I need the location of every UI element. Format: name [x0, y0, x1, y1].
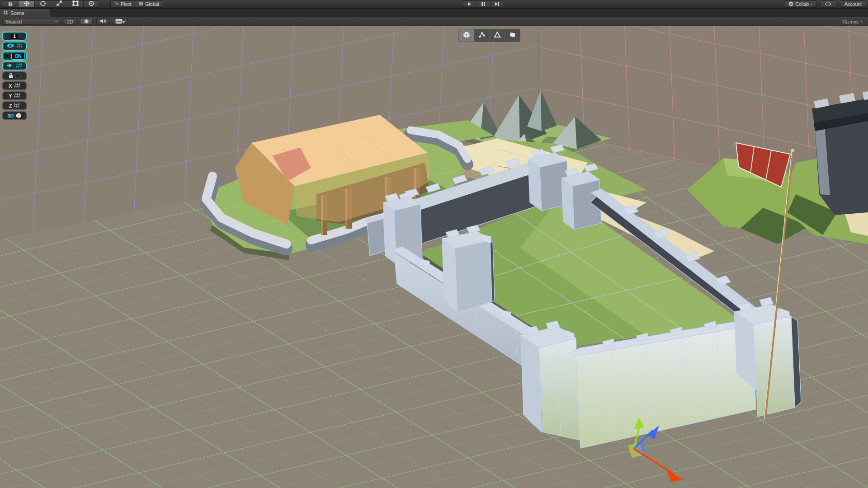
progrids-panel: 1 ON X Y Z 3D — [2, 32, 27, 120]
scene-viewport[interactable] — [0, 0, 868, 488]
step-icon — [495, 0, 500, 8]
hand-tool-button[interactable] — [2, 0, 18, 8]
progrids-y-axis-button[interactable]: Y — [2, 91, 27, 100]
chevron-down-icon: ▾ — [55, 19, 57, 23]
draw-mode-dropdown[interactable]: Shaded ▾ — [2, 18, 60, 25]
probuilder-mode-toolbar — [458, 29, 520, 42]
lighting-toggle[interactable] — [80, 18, 93, 25]
collab-dropdown-arrow: ▾ — [811, 2, 812, 6]
globe-icon — [139, 1, 143, 7]
rotate-tool-button[interactable] — [34, 0, 51, 8]
cube-icon — [16, 113, 22, 119]
grid-icon — [14, 93, 20, 99]
eye-icon — [6, 43, 14, 49]
progrids-x-axis-button[interactable]: X — [2, 81, 27, 90]
rotate-icon — [40, 0, 46, 8]
face-mode-icon — [509, 31, 517, 41]
vertex-mode-button[interactable] — [474, 29, 489, 42]
lock-icon — [8, 73, 14, 80]
speaker-icon — [100, 19, 106, 25]
move-tool-button[interactable] — [18, 0, 34, 8]
effects-dropdown[interactable]: ▾ — [113, 18, 127, 25]
rect-icon — [72, 0, 79, 8]
arrow-right-icon — [7, 63, 14, 69]
transform-tool-button[interactable] — [83, 0, 99, 8]
pivot-global-group: Pivot Global — [110, 0, 163, 8]
image-icon — [115, 19, 123, 25]
pivot-button[interactable]: Pivot — [110, 0, 135, 8]
sun-icon — [84, 19, 89, 25]
vertex-mode-icon — [478, 31, 486, 41]
collab-check-icon — [788, 1, 793, 7]
grid-icon — [14, 83, 20, 89]
grid-icon — [14, 103, 20, 109]
face-mode-button[interactable] — [505, 29, 520, 42]
cloud-button[interactable] — [821, 0, 836, 8]
edge-mode-icon — [493, 31, 501, 41]
object-mode-button[interactable] — [459, 29, 474, 42]
pause-icon — [481, 0, 486, 8]
scale-icon — [56, 0, 62, 8]
snap-box-icon — [4, 53, 9, 59]
gizmos-dropdown[interactable]: Gizmos ▾ — [842, 19, 862, 24]
pause-button[interactable] — [476, 0, 490, 8]
tab-bar: Scene — [0, 9, 868, 17]
hand-icon — [7, 0, 14, 8]
move-icon — [24, 0, 30, 8]
lock-box-icon — [15, 73, 21, 79]
transform-icon — [88, 0, 94, 8]
account-button[interactable]: Account — [840, 0, 866, 8]
progrids-grid-visibility-button[interactable] — [2, 42, 27, 51]
edge-mode-button[interactable] — [490, 29, 505, 42]
progrids-lock-button[interactable] — [2, 71, 27, 80]
play-button[interactable] — [462, 0, 476, 8]
2d-toggle[interactable]: 2D — [64, 18, 76, 25]
pivot-icon — [114, 1, 119, 7]
chevron-down-icon: ▾ — [860, 19, 862, 23]
play-controls — [462, 0, 504, 8]
progrids-z-axis-button[interactable]: Z — [2, 101, 27, 110]
progrids-3d-toggle[interactable]: 3D — [2, 111, 27, 120]
step-button[interactable] — [490, 0, 504, 8]
object-mode-icon — [462, 31, 471, 41]
play-icon — [467, 0, 472, 8]
global-button[interactable]: Global — [135, 0, 163, 8]
grid-icon — [16, 63, 22, 69]
collab-button[interactable]: Collab ▾ — [784, 0, 817, 8]
progrids-snap-toggle[interactable]: ON — [2, 52, 27, 61]
progrids-snap-value-button[interactable]: 1 — [2, 32, 27, 41]
audio-toggle[interactable] — [96, 18, 109, 25]
rect-tool-button[interactable] — [67, 0, 83, 8]
chevron-down-icon: ▾ — [123, 19, 125, 24]
scale-tool-button[interactable] — [51, 0, 67, 8]
main-toolbar: Pivot Global Collab ▾ Account — [0, 0, 868, 9]
transform-tools — [2, 0, 99, 8]
progrids-push-to-grid-button[interactable] — [2, 61, 27, 70]
scene-tab-icon — [4, 10, 8, 16]
tab-scene[interactable]: Scene — [0, 9, 50, 17]
grid-icon — [16, 43, 23, 49]
cloud-icon — [825, 1, 832, 7]
scene-view-toolbar: Shaded ▾ 2D ▾ Gizmos ▾ — [0, 17, 868, 26]
